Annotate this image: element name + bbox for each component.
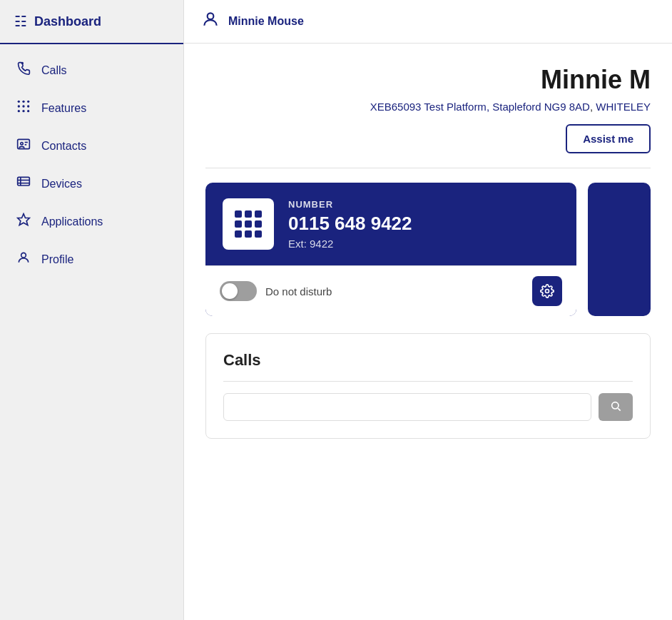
svg-point-22 (612, 402, 618, 409)
svg-point-6 (27, 105, 29, 107)
calls-search-input[interactable] (223, 393, 591, 421)
svg-point-20 (208, 13, 214, 19)
sidebar-item-contacts[interactable]: Contacts (0, 127, 183, 165)
platform-name: Test Platform, Stapleford NG9 8AD (424, 101, 590, 113)
topbar-username: Minnie Mouse (228, 15, 304, 28)
dnd-toggle[interactable] (220, 281, 257, 301)
assist-button[interactable]: Assist me (566, 124, 651, 153)
calls-section: Calls (205, 333, 651, 439)
svg-point-8 (22, 110, 24, 112)
svg-point-1 (18, 101, 20, 103)
platform-location: WHITELEY (596, 101, 651, 113)
dialpad-dot (245, 230, 252, 238)
svg-point-7 (18, 110, 20, 112)
profile-icon (16, 250, 31, 268)
dnd-left: Do not disturb (220, 281, 332, 301)
number-value: 0115 648 9422 (288, 213, 412, 235)
svg-point-4 (18, 105, 20, 107)
svg-point-9 (27, 110, 29, 112)
number-card-top: NUMBER 0115 648 9422 Ext: 9422 (205, 183, 576, 265)
sidebar-item-calls[interactable]: Calls (0, 51, 183, 89)
number-settings-button[interactable] (532, 276, 562, 306)
applications-icon (16, 213, 31, 230)
platform-id: XEB65093 (370, 101, 422, 113)
svg-point-21 (546, 290, 549, 293)
calls-divider (223, 381, 633, 382)
main-content: Minnie Mouse Minnie M XEB65093 Test Plat… (184, 0, 672, 620)
cards-row: NUMBER 0115 648 9422 Ext: 9422 Do not di… (205, 183, 651, 316)
dialpad-dot (245, 210, 252, 218)
topbar: Minnie Mouse (184, 0, 672, 44)
number-card-dialpad-icon (223, 198, 274, 250)
sidebar-dashboard-link[interactable]: ☷ Dashboard (0, 0, 183, 44)
svg-point-2 (22, 101, 24, 103)
number-card-info: NUMBER 0115 648 9422 Ext: 9422 (288, 199, 412, 250)
calls-icon (16, 61, 31, 79)
sidebar-profile-label: Profile (41, 253, 73, 266)
number-card: NUMBER 0115 648 9422 Ext: 9422 Do not di… (205, 183, 576, 316)
dialpad-dot (235, 230, 242, 238)
dialpad-dot (255, 210, 262, 218)
sidebar-applications-label: Applications (41, 215, 103, 228)
profile-platform: XEB65093 Test Platform, Stapleford NG9 8… (205, 101, 651, 113)
svg-point-11 (21, 143, 23, 145)
svg-point-19 (21, 253, 26, 258)
dialpad-dot (245, 220, 252, 228)
dashboard-icon: ☷ (14, 13, 27, 30)
dialpad-dot (255, 220, 262, 228)
svg-point-3 (27, 101, 29, 103)
sidebar-devices-label: Devices (41, 178, 82, 190)
dialpad-dot (235, 220, 242, 228)
sidebar-item-features[interactable]: Features (0, 89, 183, 127)
sidebar-features-label: Features (41, 102, 86, 115)
sidebar-item-applications[interactable]: Applications (0, 203, 183, 240)
profile-section: Minnie M XEB65093 Test Platform, Staplef… (205, 44, 651, 168)
dialpad-grid (235, 210, 262, 238)
number-card-bottom: Do not disturb (205, 265, 576, 316)
second-card (588, 183, 651, 316)
contacts-icon (16, 137, 31, 155)
svg-rect-14 (18, 177, 30, 186)
toggle-knob (222, 283, 238, 299)
sidebar: ☷ Dashboard Calls Features (0, 0, 184, 620)
features-icon (16, 99, 31, 117)
calls-search-row (223, 393, 633, 421)
dialpad-dot (255, 230, 262, 238)
profile-name: Minnie M (205, 65, 651, 95)
content-area: Minnie M XEB65093 Test Platform, Staplef… (184, 44, 672, 620)
svg-point-5 (22, 105, 24, 107)
dnd-label: Do not disturb (265, 285, 332, 298)
svg-point-0 (22, 63, 24, 64)
calls-title: Calls (223, 351, 633, 370)
topbar-user-icon (201, 10, 220, 33)
svg-marker-18 (18, 214, 30, 225)
sidebar-contacts-label: Contacts (41, 140, 86, 153)
sidebar-header-label: Dashboard (34, 14, 101, 29)
dialpad-dot (235, 210, 242, 218)
number-label: NUMBER (288, 199, 412, 210)
svg-line-23 (618, 408, 620, 410)
sidebar-item-profile[interactable]: Profile (0, 240, 183, 278)
sidebar-calls-label: Calls (41, 64, 67, 77)
sidebar-item-devices[interactable]: Devices (0, 165, 183, 203)
calls-search-button[interactable] (599, 393, 633, 421)
devices-icon (16, 175, 31, 193)
number-ext: Ext: 9422 (288, 238, 412, 250)
sidebar-nav: Calls Features (0, 44, 183, 285)
